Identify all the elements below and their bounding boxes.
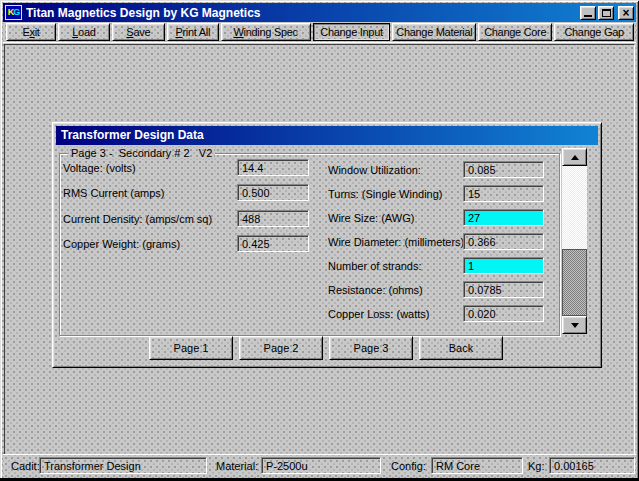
toolbar-button-change-core[interactable]: Change Core — [478, 23, 552, 41]
page-2-button[interactable]: Page 2 — [239, 336, 323, 360]
wire-size-label: Wire Size: (AWG) — [328, 212, 414, 224]
resistance-field: 0.0785 — [463, 281, 544, 298]
wire-size-field[interactable]: 27 — [463, 209, 544, 226]
label: rint All — [182, 26, 210, 38]
toolbar-button-save[interactable]: Save — [112, 23, 165, 41]
current-density-label: Current Density: (amps/cm sq) — [63, 213, 212, 225]
copper-weight-field: 0.425 — [237, 235, 309, 252]
voltage-field: 14.4 — [237, 159, 309, 176]
cadit-label: Cadit: — [11, 460, 40, 472]
label: Change Core — [484, 26, 546, 38]
toolbar-button-change-material[interactable]: Change Material — [392, 23, 476, 41]
number-of-strands-field[interactable]: 1 — [463, 257, 544, 274]
maximize-icon — [602, 9, 611, 17]
wire-diameter-field: 0.366 — [463, 233, 544, 250]
window-utilization-label: Window Utilization: — [328, 164, 421, 176]
statusbar: Cadit: Transformer Design Material: P-25… — [3, 455, 636, 477]
app-icon: KG — [5, 5, 22, 20]
app-icon-g: G — [13, 8, 19, 17]
scroll-down-button[interactable] — [562, 316, 587, 334]
transformer-design-data-dialog: Transformer Design Data Page 3 - Seconda… — [52, 122, 602, 368]
close-icon: × — [622, 8, 629, 18]
up-arrow-icon — [571, 155, 579, 160]
turns-label: Turns: (Single Winding) — [328, 188, 443, 200]
label: it — [35, 26, 40, 38]
label: Change Material — [396, 26, 472, 38]
resistance-label: Resistance: (ohms) — [328, 284, 423, 296]
material-field: P-2500u — [261, 457, 381, 474]
down-arrow-icon — [571, 323, 579, 328]
current-density-field: 488 — [237, 210, 309, 227]
scrollbar-track[interactable] — [562, 166, 587, 316]
titlebar: KG Titan Magnetics Design by KG Magnetic… — [3, 3, 636, 22]
groupbox-legend: Page 3 - Secondary # 2 V2 — [68, 147, 215, 159]
label: Change Input — [320, 26, 382, 38]
toolbar-button-load[interactable]: Load — [58, 23, 110, 41]
turns-field: 15 — [463, 185, 544, 202]
kg-field: 0.00165 — [549, 457, 635, 474]
copper-weight-label: Copper Weight: (grams) — [63, 238, 180, 250]
rms-current-label: RMS Current (amps) — [63, 187, 164, 199]
toolbar-button-winding-spec[interactable]: Winding Spec — [221, 23, 311, 41]
label: oad — [78, 26, 95, 38]
label: inding Spec — [244, 26, 298, 38]
page-1-button[interactable]: Page 1 — [149, 336, 233, 360]
back-button[interactable]: Back — [419, 336, 503, 360]
label: Change Gap — [564, 26, 623, 38]
toolbar-button-exit[interactable]: Exit — [6, 23, 56, 41]
toolbar-button-print-all[interactable]: Print All — [167, 23, 219, 41]
scrollbar-thumb[interactable] — [562, 249, 587, 316]
window-controls: × — [580, 6, 634, 20]
copper-loss-field: 0.020 — [463, 305, 544, 322]
rms-current-field: 0.500 — [237, 184, 309, 201]
wire-diameter-label: Wire Diameter: (millimeters) — [328, 236, 464, 248]
label: ave — [133, 26, 150, 38]
window-title: Titan Magnetics Design by KG Magnetics — [26, 6, 576, 20]
close-button[interactable]: × — [618, 6, 634, 20]
kg-label: Kg: — [528, 460, 545, 472]
maximize-button[interactable] — [598, 6, 614, 20]
number-of-strands-label: Number of strands: — [328, 260, 422, 272]
minimize-icon — [584, 15, 592, 17]
voltage-label: Voltage: (volts) — [63, 162, 136, 174]
toolbar-button-change-gap[interactable]: Change Gap — [554, 23, 634, 41]
mnemonic: W — [233, 26, 243, 38]
cadit-field: Transformer Design — [39, 457, 207, 474]
toolbar: Exit Load Save Print All Winding Spec Ch… — [3, 23, 636, 43]
toolbar-button-change-input[interactable]: Change Input — [313, 23, 391, 41]
app-window: KG Titan Magnetics Design by KG Magnetic… — [0, 0, 639, 481]
dialog-scrollbar[interactable] — [562, 148, 587, 334]
dialog-titlebar: Transformer Design Data — [56, 126, 598, 145]
copper-loss-label: Copper Loss: (watts) — [328, 308, 429, 320]
material-label: Material: — [216, 460, 258, 472]
window-utilization-field: 0.085 — [463, 161, 544, 178]
minimize-button[interactable] — [580, 6, 596, 20]
scroll-up-button[interactable] — [562, 148, 587, 166]
config-field: RM Core — [431, 457, 523, 474]
page-3-button[interactable]: Page 3 — [329, 336, 413, 360]
config-label: Config: — [391, 460, 426, 472]
